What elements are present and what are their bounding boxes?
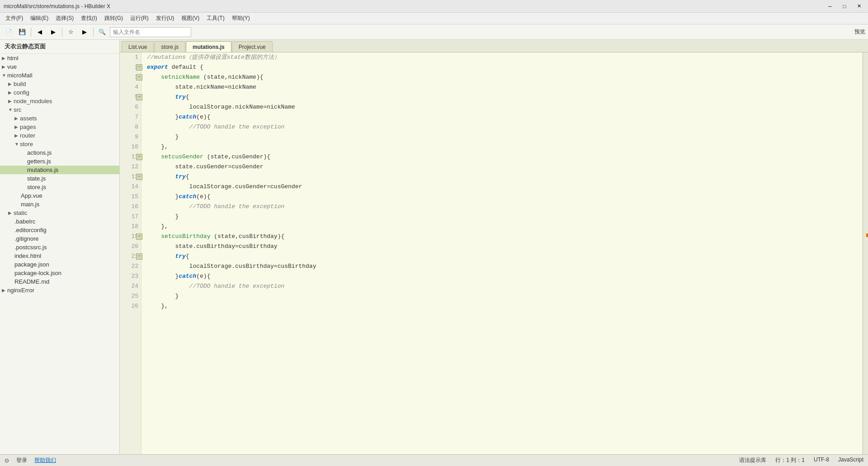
back-button[interactable]: ◀: [34, 26, 46, 38]
line-number: 18: [123, 222, 138, 232]
code-text: state.nickName=nickName: [147, 82, 256, 92]
code-line: }catch(e){: [147, 192, 857, 202]
tree-arrow-icon: ▶: [2, 56, 7, 61]
code-line: }: [147, 132, 857, 142]
code-text: },: [147, 222, 168, 232]
sidebar-item-static[interactable]: ▶ static: [0, 209, 119, 217]
menu-item-y[interactable]: 帮助(Y): [228, 14, 254, 23]
tree-arrow-icon: ▶: [8, 90, 14, 95]
sidebar-item--gitignore[interactable]: .gitignore: [0, 234, 119, 243]
fold-button[interactable]: −: [136, 154, 142, 160]
line-number: 24: [123, 281, 138, 291]
run-button[interactable]: ▶: [79, 26, 90, 38]
forward-button[interactable]: ▶: [47, 26, 59, 38]
menu-item-g[interactable]: 跳转(G): [101, 14, 127, 23]
code-text: state.cusBirthday=cusBirthday: [147, 242, 278, 252]
sidebar-item-mutations-js[interactable]: mutations.js: [0, 166, 119, 174]
hint-text: 语法提示库: [739, 456, 766, 464]
fold-button[interactable]: −: [136, 253, 142, 260]
sidebar-item-node-modules[interactable]: ▶ node_modules: [0, 97, 119, 105]
sidebar-item-App-vue[interactable]: App.vue: [0, 191, 119, 200]
tree-item-label: main.js: [21, 201, 39, 208]
menu-item-f[interactable]: 文件(F): [2, 14, 27, 23]
code-text: //mutations（提供存储设置state数据的方法）: [147, 52, 280, 62]
file-tree: ▶ html▶ vue▼ microMall▶ build▶ config▶ n…: [0, 54, 119, 295]
sidebar-item-main-js[interactable]: main.js: [0, 200, 119, 209]
sidebar-item-config[interactable]: ▶ config: [0, 88, 119, 97]
fold-button[interactable]: −: [136, 74, 142, 81]
tree-arrow-icon: ▶: [14, 124, 20, 129]
code-line: }catch(e){: [147, 271, 857, 281]
sidebar-item-vue[interactable]: ▶ vue: [0, 62, 119, 71]
tree-item-label: assets: [20, 115, 37, 122]
search-input[interactable]: [110, 27, 191, 37]
menu-item-e[interactable]: 编辑(E): [27, 14, 52, 23]
tree-item-label: .gitignore: [14, 235, 38, 242]
line-number: 17: [123, 212, 138, 222]
tree-arrow-icon: ▶: [2, 288, 7, 293]
bookmark-button[interactable]: ☆: [65, 26, 77, 38]
tab-mutations-js[interactable]: mutations.js: [186, 41, 231, 52]
code-line: − setcusGender (state,cusGender){: [147, 152, 857, 162]
menu-item-r[interactable]: 运行(R): [127, 14, 152, 23]
sidebar-item-README-md[interactable]: README.md: [0, 277, 119, 286]
fold-button[interactable]: −: [136, 233, 142, 240]
sidebar-item-state-js[interactable]: state.js: [0, 174, 119, 183]
sidebar-item-package-lock-json[interactable]: package-lock.json: [0, 269, 119, 277]
login-text[interactable]: 登录: [16, 456, 27, 464]
sidebar-item-microMall[interactable]: ▼ microMall: [0, 71, 119, 80]
new-file-button[interactable]: 📄: [3, 26, 14, 38]
sidebar-item-router[interactable]: ▶ router: [0, 131, 119, 140]
tab-project-vue[interactable]: Project.vue: [232, 41, 273, 52]
sidebar-item-actions-js[interactable]: actions.js: [0, 148, 119, 157]
sidebar-item-store-js[interactable]: store.js: [0, 183, 119, 191]
sidebar-item-nginxError[interactable]: ▶ nginxError: [0, 286, 119, 295]
fold-button[interactable]: −: [136, 94, 142, 100]
menu-item-s[interactable]: 选择(S): [52, 14, 77, 23]
minimize-button[interactable]: ─: [825, 2, 835, 10]
close-button[interactable]: ✕: [854, 2, 864, 10]
menu-item-t[interactable]: 工具(T): [203, 14, 228, 23]
code-line: − try{: [147, 252, 857, 262]
code-editor[interactable]: 1234567891011121314151617181920212223242…: [120, 52, 863, 454]
menu-item-u[interactable]: 发行(U): [152, 14, 178, 23]
tree-item-label: .babelrc: [14, 218, 35, 225]
sidebar-item-store[interactable]: ▼ store: [0, 140, 119, 148]
search-icon: 🔍: [96, 26, 108, 38]
menu-item-v[interactable]: 视图(V): [178, 14, 203, 23]
tab-list-vue[interactable]: List.vue: [122, 41, 154, 52]
tab-store-js[interactable]: store.js: [154, 41, 185, 52]
sidebar-item-assets[interactable]: ▶ assets: [0, 114, 119, 123]
fold-button[interactable]: −: [136, 174, 142, 180]
maximize-button[interactable]: □: [839, 2, 850, 10]
code-line: }: [147, 212, 857, 222]
save-button[interactable]: 💾: [16, 26, 28, 38]
code-line: − setnickName (state,nickName){: [147, 72, 857, 82]
code-text: },: [147, 301, 168, 311]
tree-arrow-icon: ▶: [8, 99, 14, 104]
sidebar-item--postcssrc-js[interactable]: .postcssrc.js: [0, 243, 119, 252]
tree-arrow-icon: ▼: [14, 142, 20, 147]
sidebar-item-html[interactable]: ▶ html: [0, 54, 119, 62]
tree-item-label: README.md: [14, 278, 49, 285]
fold-button[interactable]: −: [136, 64, 142, 71]
preview-label[interactable]: 预览: [854, 28, 865, 36]
sidebar-item-index-html[interactable]: index.html: [0, 252, 119, 260]
sidebar: 天衣云静态页面 ▶ html▶ vue▼ microMall▶ build▶ c…: [0, 40, 120, 454]
menubar: 文件(F)编辑(E)选择(S)查找(I)跳转(G)运行(R)发行(U)视图(V)…: [0, 13, 868, 24]
sidebar-item--editorconfig[interactable]: .editorconfig: [0, 226, 119, 234]
sidebar-item-build[interactable]: ▶ build: [0, 80, 119, 88]
sidebar-item-package-json[interactable]: package.json: [0, 260, 119, 269]
scrollbar[interactable]: [863, 52, 868, 454]
sidebar-item--babelrc[interactable]: .babelrc: [0, 217, 119, 226]
sidebar-item-src[interactable]: ▼ src: [0, 105, 119, 114]
help-text[interactable]: 帮助我们: [34, 456, 56, 464]
toolbar-separator-3: [93, 28, 94, 37]
titlebar: microMall/src/store/mutations.js - HBuil…: [0, 0, 868, 13]
sidebar-item-pages[interactable]: ▶ pages: [0, 123, 119, 131]
sidebar-item-getters-js[interactable]: getters.js: [0, 157, 119, 166]
tree-arrow-icon: ▶: [8, 81, 14, 86]
code-line: }catch(e){: [147, 112, 857, 122]
line-number: 1: [123, 52, 138, 62]
menu-item-i[interactable]: 查找(I): [77, 14, 100, 23]
